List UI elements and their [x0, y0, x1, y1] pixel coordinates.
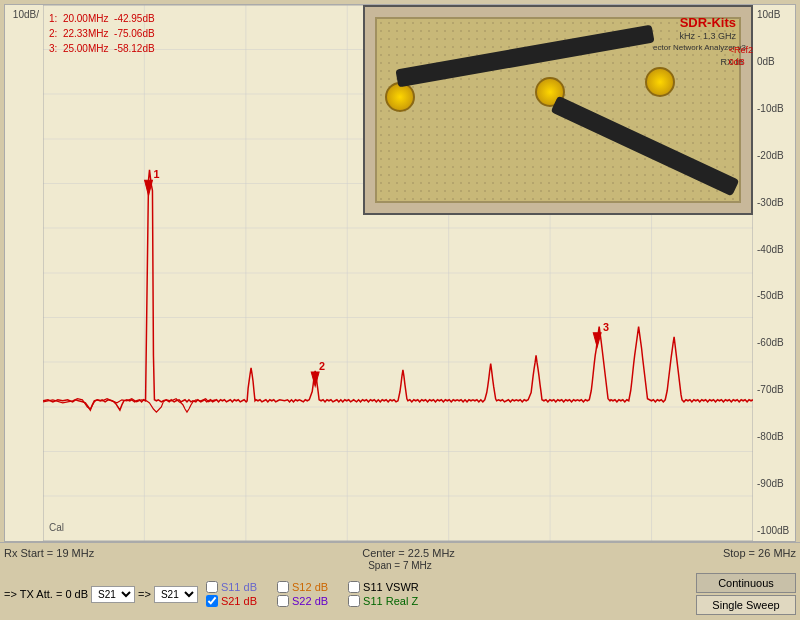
cb-s22db[interactable]: [277, 595, 289, 607]
controls-bottom: Rx Start = 19 MHz Center = 22.5 MHz Stop…: [0, 542, 800, 620]
y-axis-right: 10dB 0dB -10dB -20dB -30dB -40dB -50dB -…: [753, 5, 795, 541]
sdr-freq-label: kHz - 1.3 GHz: [679, 31, 736, 41]
y-neg100db: -100dB: [755, 526, 793, 536]
m3-id: 3: [49, 43, 55, 54]
cb-s11vswr-row: S11 VSWR: [348, 581, 419, 593]
cb-s12db-row: S12 dB: [277, 581, 328, 593]
cb-s11realz-label: S11 Real Z: [363, 595, 418, 607]
y-neg60db: -60dB: [755, 338, 793, 348]
stop-label: Stop = 26 MHz: [723, 547, 796, 559]
main-container: 10dB/: [0, 0, 800, 620]
port-select-1[interactable]: S21: [91, 586, 135, 603]
m2-freq: 22.33MHz: [63, 28, 109, 39]
cb-s11vswr-label: S11 VSWR: [363, 581, 419, 593]
chart-area: 10dB/: [4, 4, 796, 542]
freq-info: Rx Start = 19 MHz Center = 22.5 MHz Stop…: [4, 546, 796, 560]
cb-s21db-label: S21 dB: [221, 595, 257, 607]
tx-att-label: TX Att. = 0 dB: [20, 588, 88, 600]
param-group-1: S11 dB S21 dB: [206, 581, 257, 607]
m1-freq: 20.00MHz: [63, 13, 109, 24]
m3-val: -58.12dB: [114, 43, 155, 54]
controls-row: => TX Att. = 0 dB S21 => S21 S11 dB: [4, 571, 796, 617]
markers-info: 1: 20.00MHz -42.95dB 2: 22.33MHz -75.06d…: [49, 11, 155, 56]
m3-freq: 25.00MHz: [63, 43, 109, 54]
marker-1-info: 1: 20.00MHz -42.95dB: [49, 11, 155, 26]
continuous-button[interactable]: Continuous: [696, 573, 796, 593]
sweep-section: Continuous Single Sweep: [696, 573, 796, 615]
param-group-3: S11 VSWR S11 Real Z: [348, 581, 419, 607]
center-label: Center = 22.5 MHz: [362, 547, 455, 559]
cb-s11realz[interactable]: [348, 595, 360, 607]
cb-s21db[interactable]: [206, 595, 218, 607]
cb-s22db-label: S22 dB: [292, 595, 328, 607]
m1-val: -42.95dB: [114, 13, 155, 24]
cb-group: S11 dB S21 dB S12 dB S22 dB: [206, 581, 419, 607]
photo-scene: SDR-Kits kHz - 1.3 GHz ector Network Ana…: [365, 7, 751, 213]
cb-s12db-label: S12 dB: [292, 581, 328, 593]
connector-3: [645, 67, 675, 97]
port-select-2[interactable]: S21: [154, 586, 198, 603]
y-neg80db: -80dB: [755, 432, 793, 442]
y-neg30db: -30dB: [755, 198, 793, 208]
m1-id: 1: [49, 13, 55, 24]
cb-s11db-row: S11 dB: [206, 581, 257, 593]
cal-label: Cal: [49, 522, 64, 533]
svg-marker-22: [593, 333, 601, 347]
param-group-2: S12 dB S22 dB: [277, 581, 328, 607]
cb-s11vswr[interactable]: [348, 581, 360, 593]
y-neg70db: -70dB: [755, 385, 793, 395]
cb-s11realz-row: S11 Real Z: [348, 595, 419, 607]
rx-start-label: Rx Start = 19 MHz: [4, 547, 94, 559]
m2-val: -75.06dB: [114, 28, 155, 39]
plot-area: 1 2 3 1: 20.00MHz -42.95dB 2: 22.33MHz: [43, 5, 753, 541]
y-10db: 10dB: [755, 10, 793, 20]
svg-marker-20: [311, 372, 319, 386]
span-label: Span = 7 MHz: [4, 560, 796, 571]
cb-s22db-row: S22 dB: [277, 595, 328, 607]
y-neg90db: -90dB: [755, 479, 793, 489]
svg-text:1: 1: [153, 168, 159, 180]
svg-text:2: 2: [319, 360, 325, 372]
y-neg50db: -50dB: [755, 291, 793, 301]
single-sweep-button[interactable]: Single Sweep: [696, 595, 796, 615]
marker-2-info: 2: 22.33MHz -75.06dB: [49, 26, 155, 41]
y-axis-left: 10dB/: [5, 5, 43, 541]
cb-s12db[interactable]: [277, 581, 289, 593]
cb-s11db-label: S11 dB: [221, 581, 257, 593]
photo-overlay: SDR-Kits kHz - 1.3 GHz ector Network Ana…: [363, 5, 753, 215]
ref2-label: <Ref2 0dB: [729, 45, 753, 68]
cb-s21db-row: S21 dB: [206, 595, 257, 607]
y-scale-label: 10dB/: [7, 10, 41, 20]
svg-text:3: 3: [603, 321, 609, 333]
arrow-label: =>: [4, 588, 17, 600]
y-neg10db: -10dB: [755, 104, 793, 114]
m2-id: 2: [49, 28, 55, 39]
tx-section: => TX Att. = 0 dB S21 => S21: [4, 586, 198, 603]
marker-3-info: 3: 25.00MHz -58.12dB: [49, 41, 155, 56]
y-neg20db: -20dB: [755, 151, 793, 161]
sdr-kits-label: SDR-Kits: [680, 15, 736, 30]
cb-s11db[interactable]: [206, 581, 218, 593]
y-neg40db: -40dB: [755, 245, 793, 255]
arrow-2-label: =>: [138, 588, 151, 600]
y-0db: 0dB: [755, 57, 793, 67]
